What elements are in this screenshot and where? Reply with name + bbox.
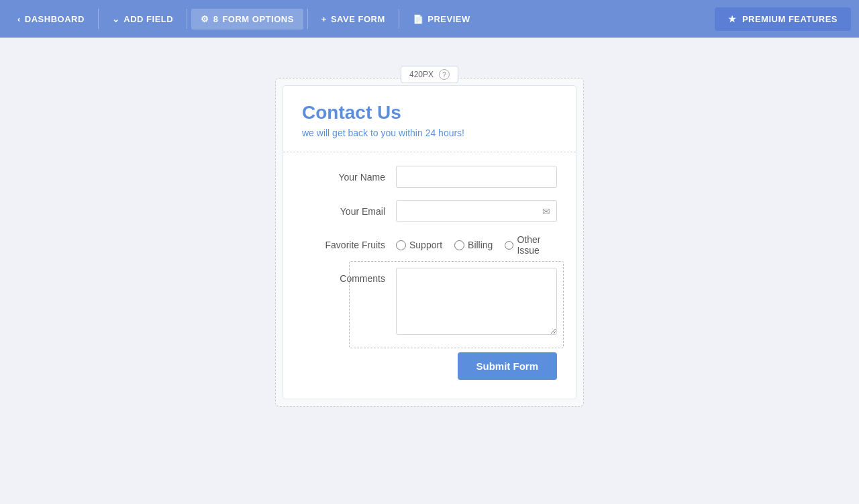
form-title: Contact Us — [302, 102, 557, 123]
top-navigation: ‹ DASHBOARD ⌄ ADD FIELD ⚙ 8 FORM OPTIONS… — [0, 0, 859, 38]
name-input[interactable] — [396, 166, 557, 188]
nav-divider-3 — [307, 9, 308, 29]
form-wrapper: Contact Us we will get back to you withi… — [275, 78, 584, 407]
width-pill: 420PX ? — [401, 66, 458, 83]
radio-support[interactable] — [396, 240, 406, 250]
nav-divider-2 — [187, 9, 187, 29]
dashboard-button[interactable]: ‹ DASHBOARD — [8, 9, 94, 30]
form-body: Your Name Your Email ✉ Favorite Fruits — [283, 152, 576, 399]
plus-icon: + — [321, 14, 327, 24]
radio-option-other[interactable]: Other Issue — [505, 234, 557, 256]
comments-textarea[interactable] — [396, 268, 557, 335]
star-icon: ★ — [728, 14, 737, 24]
premium-label: PREMIUM FEATURES — [742, 14, 838, 24]
email-wrapper: ✉ — [396, 200, 557, 222]
form-options-label: FORM OPTIONS — [222, 14, 293, 24]
width-value: 420PX — [409, 70, 434, 79]
email-label: Your Email — [302, 206, 396, 217]
save-form-label: SAVE FORM — [331, 14, 385, 24]
radio-billing[interactable] — [454, 240, 464, 250]
dashboard-label: DASHBOARD — [25, 14, 85, 24]
submit-row: Submit Form — [302, 347, 557, 380]
radio-option-billing[interactable]: Billing — [454, 240, 493, 250]
document-icon: 📄 — [413, 14, 424, 24]
help-icon[interactable]: ? — [439, 69, 450, 80]
add-field-label: ADD FIELD — [123, 14, 173, 24]
email-icon: ✉ — [542, 206, 550, 217]
form-card: Contact Us we will get back to you withi… — [283, 85, 576, 399]
email-row: Your Email ✉ — [302, 200, 557, 222]
radio-other[interactable] — [505, 240, 513, 250]
form-options-button[interactable]: ⚙ 8 FORM OPTIONS — [191, 9, 303, 30]
radio-group: Support Billing Other Issue — [396, 234, 557, 256]
name-row: Your Name — [302, 166, 557, 188]
preview-button[interactable]: 📄 PREVIEW — [403, 9, 480, 30]
name-label: Your Name — [302, 172, 396, 183]
comments-label: Comments — [302, 268, 396, 284]
radio-support-label: Support — [409, 240, 442, 250]
save-form-button[interactable]: + SAVE FORM — [312, 9, 395, 30]
form-options-badge: 8 — [213, 14, 219, 24]
email-input[interactable] — [396, 200, 557, 222]
nav-divider-1 — [98, 9, 99, 29]
add-field-button[interactable]: ⌄ ADD FIELD — [103, 9, 183, 30]
radio-other-label: Other Issue — [517, 234, 557, 256]
nav-left-group: ‹ DASHBOARD ⌄ ADD FIELD ⚙ 8 FORM OPTIONS… — [8, 9, 480, 30]
form-subtitle: we will get back to you within 24 hours! — [302, 128, 557, 138]
form-outer: 420PX ? Contact Us we will get back to y… — [275, 78, 584, 407]
chevron-down-icon: ⌄ — [112, 14, 120, 24]
radio-label: Favorite Fruits — [302, 240, 396, 250]
gear-icon: ⚙ — [201, 14, 209, 24]
radio-option-support[interactable]: Support — [396, 240, 442, 250]
radio-row: Favorite Fruits Support Billing — [302, 234, 557, 256]
comments-row: Comments — [302, 268, 557, 335]
preview-label: PREVIEW — [427, 14, 470, 24]
main-content: 420PX ? Contact Us we will get back to y… — [0, 38, 859, 447]
premium-features-button[interactable]: ★ PREMIUM FEATURES — [715, 7, 851, 31]
chevron-left-icon: ‹ — [17, 14, 21, 24]
radio-billing-label: Billing — [468, 240, 493, 250]
submit-button[interactable]: Submit Form — [458, 352, 558, 380]
nav-divider-4 — [399, 9, 399, 29]
form-header: Contact Us we will get back to you withi… — [283, 86, 576, 152]
